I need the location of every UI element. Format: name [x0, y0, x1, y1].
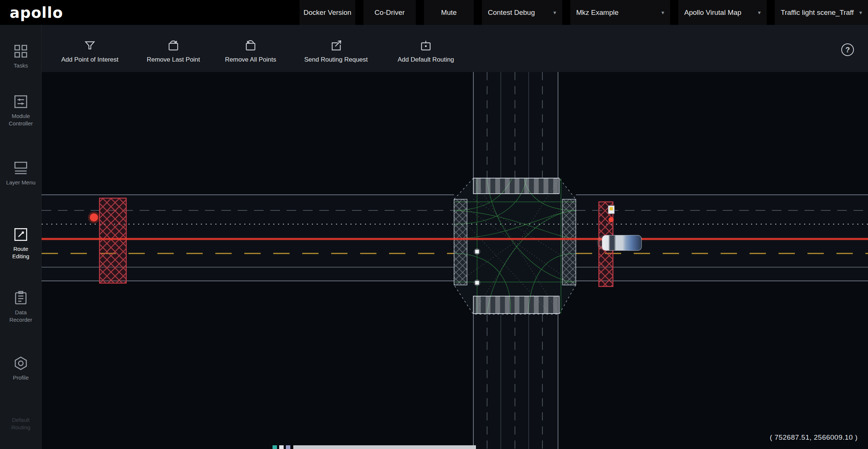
taskbar-sliver [0, 445, 868, 449]
header-buttons: Docker Version Co-Driver Mute Contest De… [300, 0, 868, 25]
sidebar-item-label: Data Recorder [6, 309, 36, 324]
map-svg [42, 72, 868, 449]
apollo-logo: apollo [10, 4, 63, 21]
vehicle-select-label: Mkz Example [576, 9, 619, 17]
co-driver-button[interactable]: Co-Driver [363, 0, 416, 25]
module-controller-icon [13, 94, 29, 109]
taskbar-bar [293, 445, 476, 449]
chevron-down-icon: ▾ [758, 9, 761, 16]
help-icon: ? [845, 46, 850, 54]
reset-box-icon [244, 39, 257, 52]
co-driver-label: Co-Driver [375, 9, 405, 17]
sidebar-item-default-routing-disabled[interactable]: Default Routing [0, 416, 42, 432]
layers-icon [13, 160, 29, 176]
mute-button[interactable]: Mute [424, 0, 474, 25]
sidebar-item-module-controller[interactable]: Module Controller [0, 94, 42, 128]
top-header: apollo Docker Version Co-Driver Mute Con… [0, 0, 868, 25]
toolbar-button-label: Add Point of Interest [61, 56, 118, 63]
route-editing-icon [13, 227, 29, 242]
chevron-down-icon: ▾ [859, 9, 862, 16]
map-coordinates-readout: ( 752687.51, 2566009.10 ) [770, 433, 858, 442]
crosswalk-right [562, 199, 576, 285]
toolbar-button-label: Add Default Routing [398, 56, 454, 63]
route-editing-toolbar: Add Point of Interest Remove Last Point … [42, 25, 868, 72]
add-point-of-interest-button[interactable]: Add Point of Interest [49, 39, 131, 63]
toolbar-button-label: Remove All Points [225, 56, 276, 63]
docker-version-button[interactable]: Docker Version [300, 0, 355, 25]
taskbar-icon [273, 445, 277, 449]
chevron-down-icon: ▾ [661, 9, 664, 16]
undo-box-icon [167, 39, 180, 52]
map-canvas[interactable]: ( 752687.51, 2566009.10 ) [42, 72, 868, 449]
map-select-label: Apollo Virutal Map [684, 9, 741, 17]
sidebar-item-label: Profile [6, 374, 36, 381]
sidebar-item-profile[interactable]: Profile [0, 355, 42, 381]
hexagon-profile-icon [13, 355, 29, 371]
help-button[interactable]: ? [841, 43, 854, 56]
sidebar-item-data-recorder[interactable]: Data Recorder [0, 290, 42, 324]
mute-label: Mute [441, 9, 457, 17]
crosswalk-bottom [473, 296, 559, 314]
sidebar: Tasks Module Controller Layer Menu Route… [0, 25, 42, 449]
crosswalk-top [473, 178, 559, 194]
sidebar-item-label: Module Controller [6, 112, 36, 128]
toolbar-button-label: Send Routing Request [304, 56, 368, 63]
poi-marker-small[interactable] [608, 217, 614, 222]
scenario-select-dropdown[interactable]: Traffic light scene_Traff ▾ [775, 0, 868, 25]
sidebar-item-tasks[interactable]: Tasks [0, 43, 42, 69]
map-select-dropdown[interactable]: Apollo Virutal Map ▾ [678, 0, 767, 25]
remove-all-points-button[interactable]: Remove All Points [210, 39, 291, 63]
add-default-routing-button[interactable]: Add Default Routing [385, 39, 467, 63]
grid-icon [13, 43, 29, 59]
data-recorder-icon [13, 290, 29, 306]
export-icon [329, 39, 343, 52]
restricted-zone-left [99, 198, 126, 283]
poi-marker[interactable] [88, 212, 100, 223]
scenario-select-label: Traffic light scene_Traff [781, 9, 854, 17]
sidebar-item-label: Tasks [6, 62, 36, 69]
taskbar-icon [286, 445, 290, 449]
contest-debug-dropdown[interactable]: Contest Debug ▾ [482, 0, 562, 25]
ego-vehicle [597, 235, 642, 250]
sidebar-item-route-editing[interactable]: Route Editing [0, 227, 42, 260]
send-routing-request-button[interactable]: Send Routing Request [295, 39, 377, 63]
sidebar-item-label: Layer Menu [6, 179, 36, 186]
add-routing-icon [419, 39, 433, 52]
taskbar-icon [279, 445, 284, 449]
sidebar-item-layer-menu[interactable]: Layer Menu [0, 160, 42, 186]
sidebar-item-label: Route Editing [6, 245, 36, 260]
sidebar-item-label: Default Routing [8, 416, 34, 432]
chevron-down-icon: ▾ [553, 9, 556, 16]
contest-debug-label: Contest Debug [488, 9, 535, 17]
docker-version-label: Docker Version [304, 9, 352, 17]
vehicle-select-dropdown[interactable]: Mkz Example ▾ [570, 0, 670, 25]
remove-last-point-button[interactable]: Remove Last Point [133, 39, 214, 63]
toolbar-button-label: Remove Last Point [147, 56, 200, 63]
crosswalk-left [454, 199, 467, 285]
funnel-icon [83, 39, 97, 52]
signal-indicator [608, 206, 614, 214]
